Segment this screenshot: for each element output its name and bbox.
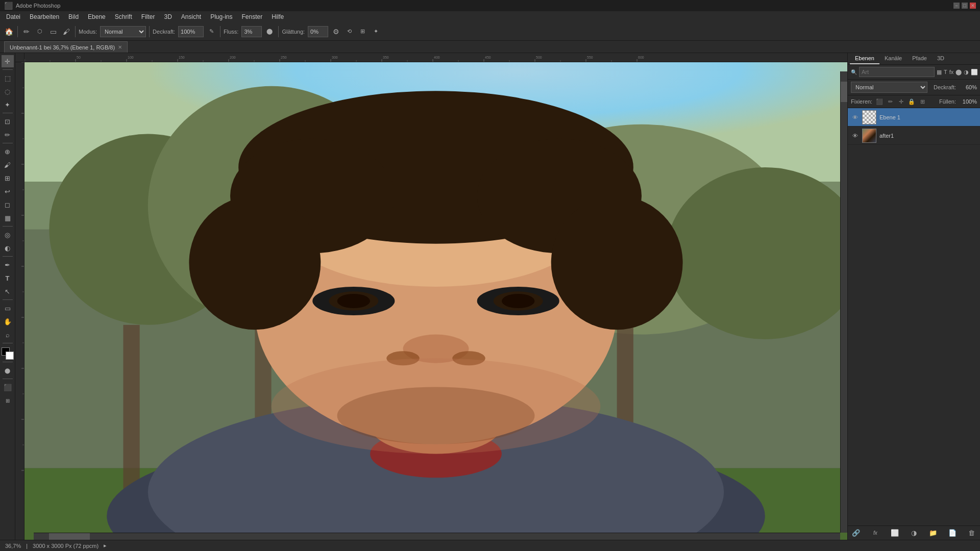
lock-all-icon[interactable]: 🔒 [907, 97, 916, 106]
layer-item-after1[interactable]: 👁 after1 [848, 127, 980, 145]
menu-ansicht[interactable]: Ansicht [177, 12, 205, 21]
eyedropper-tool[interactable]: ✏ [2, 129, 14, 141]
scroll-thumb-vertical[interactable] [841, 82, 847, 102]
glattung-input[interactable] [308, 26, 328, 37]
pen-tool[interactable]: ✒ [2, 259, 14, 271]
layers-search-input[interactable] [859, 67, 935, 77]
stamp-tool[interactable]: ⊞ [2, 172, 14, 184]
layer-filter-text-icon[interactable]: T [944, 67, 947, 77]
svg-point-78 [337, 294, 370, 308]
layer-folder-button[interactable]: 📁 [928, 528, 938, 538]
gradient-tool[interactable]: ▦ [2, 212, 14, 224]
history-brush-tool[interactable]: ↩ [2, 185, 14, 197]
tab-3d[interactable]: 3D [932, 53, 949, 64]
fluss-icon[interactable]: ⬤ [264, 26, 275, 37]
lock-pixel-icon[interactable]: ⬛ [875, 97, 884, 106]
layer-name-ebene1: Ebene 1 [879, 114, 900, 120]
layer-mask-button[interactable]: ⬜ [890, 528, 900, 538]
blur-tool[interactable]: ◎ [2, 229, 14, 241]
layer-filter-img-icon[interactable]: ⬤ [955, 67, 962, 77]
screen-mode-tool[interactable]: ⬛ [2, 381, 14, 393]
lock-move-icon[interactable]: ✛ [896, 97, 905, 106]
settings-icon[interactable]: ⚙ [330, 26, 341, 37]
menu-bearbeiten[interactable]: Bearbeiten [26, 12, 63, 21]
tab-ebenen[interactable]: Ebenen [850, 53, 879, 64]
lasso-tool[interactable]: ◌ [2, 85, 14, 97]
status-separator: | [26, 543, 28, 549]
magic-wand-tool[interactable]: ✦ [2, 98, 14, 111]
layer-filter-fx-icon[interactable]: fx [949, 67, 954, 77]
layer-delete-button[interactable]: 🗑 [967, 528, 977, 538]
zoom-tool[interactable]: ⌕ [2, 329, 14, 341]
eraser-tool[interactable]: ◻ [2, 198, 14, 211]
layer-thumb-after1 [862, 129, 876, 143]
color-swatches[interactable] [2, 347, 14, 360]
crop-tool[interactable]: ⊡ [2, 115, 14, 128]
layer-item-ebene1[interactable]: 👁 Ebene 1 [848, 108, 980, 127]
text-tool[interactable]: T [2, 272, 14, 284]
spot-heal-tool[interactable]: ⊕ [2, 145, 14, 158]
menu-plugins[interactable]: Plug-ins [206, 12, 236, 21]
title-bar-title: Adobe Photoshop [16, 3, 60, 9]
quick-mask-tool[interactable]: ⬤ [2, 364, 14, 377]
menu-hilfe[interactable]: Hilfe [267, 12, 288, 21]
menu-schrift[interactable]: Schrift [111, 12, 136, 21]
lock-board-icon[interactable]: ⊞ [918, 97, 927, 106]
left-tool-sep-1 [3, 69, 13, 70]
brush-tool-icon[interactable]: ✏ [21, 26, 32, 37]
pressure-icon[interactable]: ⊞ [357, 26, 368, 37]
layer-list: 👁 Ebene 1 👁 after1 [848, 108, 980, 525]
modus-select[interactable]: Normal Multiplizieren Bildschirm [100, 26, 146, 37]
home-icon[interactable]: 🏠 [3, 26, 14, 37]
angle-icon[interactable]: ⟲ [344, 26, 355, 37]
dodge-tool[interactable]: ◐ [2, 242, 14, 254]
path-select-tool[interactable]: ↖ [2, 285, 14, 297]
document-tab[interactable]: Unbenannt-1 bei 36,7% (Ebene 1, RGB/8) ✕ [4, 41, 128, 53]
menu-fenster[interactable]: Fenster [238, 12, 267, 21]
status-arrow[interactable]: ▸ [104, 542, 107, 549]
menu-bild[interactable]: Bild [64, 12, 83, 21]
layer-mode-select[interactable]: Normal Multiplizieren Bildschirm Überlag… [851, 82, 927, 93]
scroll-thumb-horizontal[interactable] [49, 533, 90, 540]
layer-link-button[interactable]: 🔗 [851, 528, 861, 538]
tab-kanale[interactable]: Kanäle [879, 53, 907, 64]
menu-filter[interactable]: Filter [137, 12, 159, 21]
layer-adjustment-button[interactable]: ◑ [909, 528, 919, 538]
deckraft-icon[interactable]: ✎ [206, 26, 217, 37]
menu-datei[interactable]: Datei [2, 12, 24, 21]
airbrush-icon[interactable]: ⬡ [34, 26, 45, 37]
layer-filter-adj-icon[interactable]: ◑ [964, 67, 969, 77]
layer-eye-ebene1[interactable]: 👁 [851, 113, 859, 121]
shape-tool[interactable]: ▭ [2, 302, 14, 314]
restore-button[interactable]: □ [962, 3, 968, 9]
layer-type-icon[interactable]: ▦ [937, 67, 942, 77]
layer-filter-color-icon[interactable]: ⬜ [971, 67, 978, 77]
layer-fx-button[interactable]: fx [870, 528, 880, 538]
deckraft-input[interactable] [178, 26, 204, 37]
hand-tool[interactable]: ✋ [2, 315, 14, 328]
close-button[interactable]: ✕ [970, 3, 976, 9]
stylus-icon[interactable]: ✦ [370, 26, 381, 37]
title-bar-controls[interactable]: − □ ✕ [953, 3, 976, 9]
layer-mode-row: Normal Multiplizieren Bildschirm Überlag… [848, 80, 980, 95]
menu-ebene[interactable]: Ebene [84, 12, 110, 21]
fluss-input[interactable] [241, 26, 262, 37]
menu-3d[interactable]: 3D [160, 12, 176, 21]
marquee-tool[interactable]: ⬚ [2, 72, 14, 84]
search-icon: 🔍 [851, 69, 857, 75]
vertical-scrollbar[interactable] [840, 71, 847, 533]
horizontal-scrollbar[interactable] [34, 533, 840, 540]
bristle-icon[interactable]: 🖌 [61, 26, 72, 37]
tab-close-icon[interactable]: ✕ [118, 44, 122, 50]
move-tool[interactable]: ✛ [2, 55, 14, 67]
background-color[interactable] [6, 352, 14, 360]
layer-new-button[interactable]: 📄 [947, 528, 958, 538]
extra-tool[interactable]: ⊞ [2, 394, 14, 407]
tab-pfade[interactable]: Pfade [907, 53, 932, 64]
eraser-icon[interactable]: ▭ [47, 26, 59, 37]
toolbar-sep-1 [17, 26, 18, 37]
layer-eye-after1[interactable]: 👁 [851, 132, 859, 140]
brush-tool[interactable]: 🖌 [2, 159, 14, 171]
minimize-button[interactable]: − [953, 3, 960, 9]
lock-draw-icon[interactable]: ✏ [886, 97, 895, 106]
